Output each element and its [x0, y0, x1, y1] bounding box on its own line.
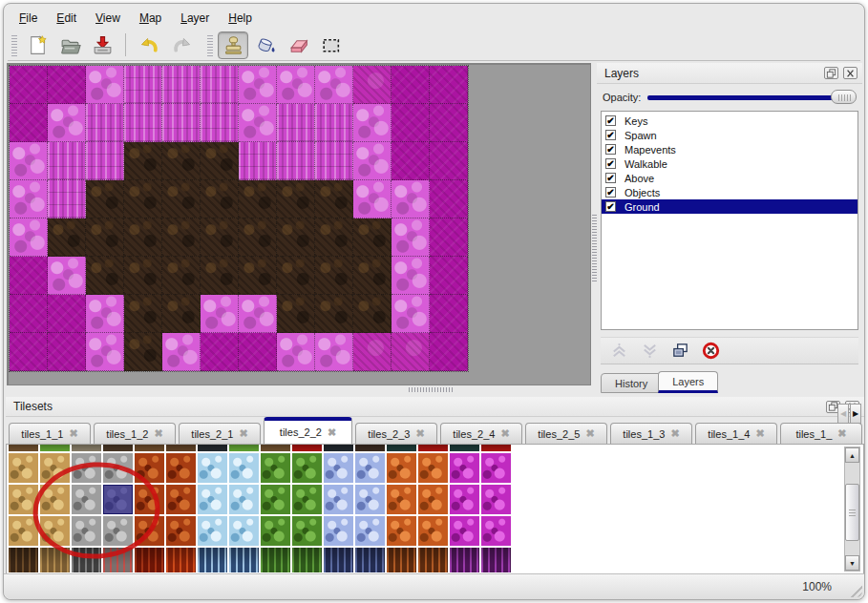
map-tile[interactable] — [277, 218, 315, 257]
tileset-tile[interactable] — [103, 548, 133, 572]
redo-button[interactable] — [166, 31, 197, 59]
tileset-tile[interactable] — [103, 445, 133, 451]
tileset-tile-sand[interactable] — [40, 453, 70, 483]
tileset-tile[interactable] — [292, 548, 322, 572]
tileset-tile-lava-rock[interactable] — [166, 516, 196, 546]
close-tab-icon[interactable]: ✖ — [500, 427, 509, 440]
tileset-tab-tiles_1_[interactable]: tiles_1_✖ — [780, 423, 862, 444]
layer-visibility-checkbox[interactable]: ✔ — [605, 173, 616, 183]
map-tile[interactable] — [315, 218, 353, 257]
map-tile[interactable] — [10, 295, 48, 333]
close-tab-icon[interactable]: ✖ — [328, 426, 336, 439]
map-tile[interactable] — [124, 218, 162, 257]
map-tile[interactable] — [392, 333, 430, 371]
map-tile[interactable] — [430, 180, 468, 218]
map-tile[interactable] — [392, 180, 430, 218]
tileset-tile-sand[interactable] — [40, 516, 70, 546]
map-tile[interactable] — [392, 104, 430, 142]
tileset-tile[interactable] — [166, 445, 196, 451]
menu-view[interactable]: View — [86, 10, 130, 27]
tileset-tile-ice[interactable] — [198, 485, 227, 514]
map-tile[interactable] — [86, 66, 124, 104]
map-tile[interactable] — [10, 104, 48, 142]
map-tile[interactable] — [239, 333, 277, 371]
map-tile[interactable] — [162, 180, 201, 218]
toolbar-grip[interactable] — [11, 33, 17, 56]
tileset-tab-tiles_2_4[interactable]: tiles_2_4✖ — [440, 423, 522, 444]
close-tab-icon[interactable]: ✖ — [755, 427, 764, 440]
map-tile[interactable] — [201, 142, 239, 180]
tileset-tile-green-vines[interactable] — [261, 516, 290, 546]
close-tab-icon[interactable]: ✖ — [585, 427, 594, 440]
tileset-tile-ice[interactable] — [229, 516, 259, 546]
map-tile[interactable] — [124, 104, 162, 142]
open-file-button[interactable] — [54, 31, 85, 59]
layer-row[interactable]: ✔Spawn — [602, 128, 857, 142]
map-tile[interactable] — [162, 257, 201, 295]
layer-visibility-checkbox[interactable]: ✔ — [605, 144, 616, 155]
layer-row[interactable]: ✔Walkable — [602, 156, 857, 171]
close-tab-icon[interactable]: ✖ — [239, 427, 247, 440]
tab-layers[interactable]: Layers — [658, 371, 718, 393]
tileset-tile-green-vines[interactable] — [292, 453, 322, 483]
menu-help[interactable]: Help — [219, 10, 262, 27]
tileset-tile-magenta-cells[interactable] — [481, 453, 511, 483]
map-grid[interactable] — [9, 65, 469, 372]
tileset-tile-orange-rock[interactable] — [418, 516, 448, 546]
menu-edit[interactable]: Edit — [47, 10, 86, 27]
tileset-tile-blue-crystal[interactable] — [355, 453, 385, 483]
map-tile[interactable] — [392, 295, 430, 333]
tileset-tile-gray-stone[interactable] — [72, 485, 101, 514]
map-tile[interactable] — [392, 66, 430, 104]
map-tile[interactable] — [48, 142, 86, 180]
tileset-tab-tiles_2_1[interactable]: tiles_2_1✖ — [179, 423, 261, 444]
map-tile[interactable] — [86, 218, 124, 257]
tileset-tile-ice[interactable] — [229, 453, 259, 483]
map-tile[interactable] — [162, 295, 201, 333]
map-tile[interactable] — [10, 180, 48, 218]
map-tile[interactable] — [201, 295, 239, 333]
tileset-tile-lava-rock[interactable] — [135, 485, 164, 514]
map-tile[interactable] — [124, 142, 162, 180]
map-tile[interactable] — [10, 142, 48, 180]
tileset-tile-blue-crystal[interactable] — [355, 516, 385, 546]
map-tile[interactable] — [239, 257, 277, 295]
tileset-tab-tiles_1_2[interactable]: tiles_1_2✖ — [94, 423, 176, 444]
map-tile[interactable] — [277, 66, 315, 104]
tileset-tile-sand[interactable] — [9, 516, 38, 546]
close-tab-icon[interactable]: ✖ — [837, 427, 846, 440]
tileset-tab-tiles_2_2[interactable]: tiles_2_2✖ — [264, 417, 352, 444]
layer-visibility-checkbox[interactable]: ✔ — [605, 201, 616, 212]
map-canvas[interactable] — [7, 63, 591, 385]
map-tile[interactable] — [353, 218, 392, 257]
layer-row[interactable]: ✔Objects — [602, 185, 857, 199]
close-tab-icon[interactable]: ✖ — [415, 427, 424, 440]
map-tile[interactable] — [239, 142, 277, 180]
tileset-tile-orange-rock[interactable] — [387, 453, 416, 483]
map-tile[interactable] — [315, 104, 353, 142]
tileset-tile-magenta-cells[interactable] — [450, 516, 479, 546]
map-tile[interactable] — [353, 333, 392, 371]
tileset-tile[interactable] — [387, 548, 416, 572]
layer-row[interactable]: ✔Above — [602, 171, 857, 185]
tileset-tile-green-vines[interactable] — [292, 516, 322, 546]
menu-map[interactable]: Map — [130, 10, 171, 27]
map-tile[interactable] — [277, 104, 315, 142]
menu-layer[interactable]: Layer — [171, 10, 219, 27]
map-tile[interactable] — [353, 104, 392, 142]
map-tile[interactable] — [315, 66, 353, 104]
map-tile[interactable] — [86, 295, 124, 333]
map-tile[interactable] — [353, 66, 392, 104]
map-tile[interactable] — [86, 257, 124, 295]
tileset-tile[interactable] — [135, 445, 164, 451]
tileset-tile[interactable] — [198, 548, 227, 572]
tileset-tile[interactable] — [324, 445, 353, 451]
tileset-tile[interactable] — [418, 548, 448, 572]
map-tile[interactable] — [430, 333, 468, 371]
tileset-tile[interactable] — [292, 445, 322, 451]
layer-visibility-checkbox[interactable]: ✔ — [605, 158, 616, 169]
map-tile[interactable] — [10, 218, 48, 257]
tileset-tile[interactable] — [261, 445, 290, 451]
map-tile[interactable] — [48, 295, 86, 333]
layer-visibility-checkbox[interactable]: ✔ — [605, 130, 616, 140]
